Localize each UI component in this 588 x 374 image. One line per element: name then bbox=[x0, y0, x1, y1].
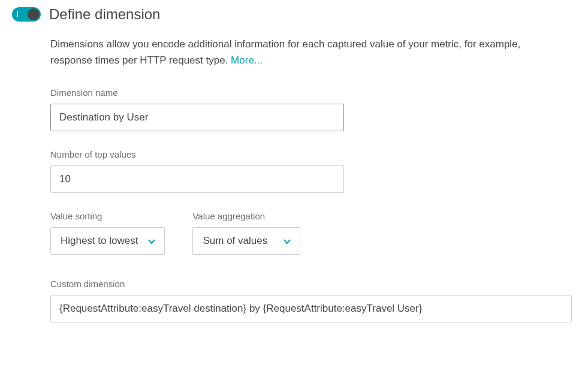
more-link[interactable]: More... bbox=[231, 55, 263, 66]
chevron-down-icon bbox=[147, 237, 156, 245]
top-values-label: Number of top values bbox=[50, 149, 563, 159]
toggle-on-indicator-icon bbox=[17, 11, 18, 17]
value-aggregation-selected: Sum of values bbox=[203, 235, 267, 247]
value-sorting-select[interactable]: Highest to lowest bbox=[50, 227, 165, 255]
section-content: Dimensions allow you encode additional i… bbox=[12, 36, 563, 322]
value-sorting-selected: Highest to lowest bbox=[61, 235, 138, 247]
section-header: Define dimension bbox=[12, 6, 576, 23]
field-custom-dimension: Custom dimension bbox=[50, 279, 563, 322]
toggle-define-dimension[interactable] bbox=[12, 7, 41, 22]
field-top-values: Number of top values bbox=[50, 149, 563, 193]
custom-dimension-label: Custom dimension bbox=[50, 279, 563, 289]
chevron-down-icon bbox=[283, 237, 291, 245]
sorting-aggregation-row: Value sorting Highest to lowest Value ag… bbox=[50, 211, 563, 255]
field-value-sorting: Value sorting Highest to lowest bbox=[50, 211, 165, 255]
top-values-input[interactable] bbox=[50, 165, 344, 193]
section-description: Dimensions allow you encode additional i… bbox=[50, 36, 563, 68]
custom-dimension-input[interactable] bbox=[50, 295, 572, 322]
field-dimension-name: Dimension name bbox=[50, 88, 563, 131]
section-title: Define dimension bbox=[49, 6, 160, 23]
dimension-name-input[interactable] bbox=[50, 104, 344, 131]
field-value-aggregation: Value aggregation Sum of values bbox=[192, 211, 300, 255]
value-sorting-label: Value sorting bbox=[50, 211, 165, 221]
toggle-knob-icon bbox=[28, 8, 40, 20]
dimension-name-label: Dimension name bbox=[50, 88, 563, 98]
value-aggregation-select[interactable]: Sum of values bbox=[192, 227, 300, 255]
value-aggregation-label: Value aggregation bbox=[192, 211, 300, 221]
description-text: Dimensions allow you encode additional i… bbox=[50, 38, 520, 66]
